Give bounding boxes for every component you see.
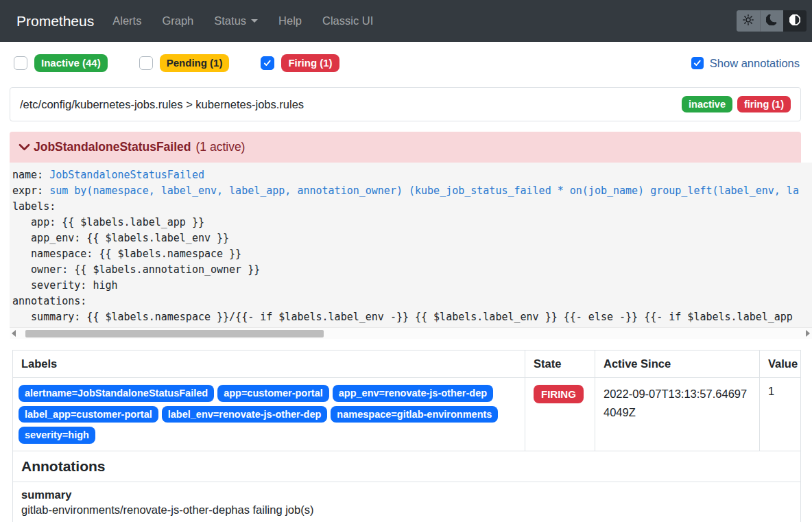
rule-state-badge-firing-1: firing (1) <box>737 96 791 112</box>
label-badge: label_env=renovate-js-other-dep <box>162 406 328 423</box>
moon-icon <box>766 14 777 27</box>
scroll-right-arrow-icon[interactable] <box>806 330 810 337</box>
filter-checkbox[interactable] <box>14 56 27 70</box>
code-line: owner: {{ $labels.annotation_owner }} <box>12 262 812 278</box>
column-header-labels: Labels <box>13 351 525 377</box>
rule-group-title: /etc/config/kubernetes-jobs.rules > kube… <box>20 98 304 111</box>
column-header-active-since: Active Since <box>595 351 759 377</box>
state-cell: FIRING <box>525 378 595 451</box>
label-badge: label_app=customer-portal <box>19 406 158 423</box>
alert-row: alertname=JobStandaloneStatusFailedapp=c… <box>13 378 800 451</box>
scroll-left-arrow-icon[interactable] <box>12 330 16 337</box>
filter-badge: Firing (1) <box>281 54 339 72</box>
dropdown-caret-icon <box>251 19 258 23</box>
filter-checkbox[interactable] <box>261 56 274 70</box>
alert-collapse-header[interactable]: JobStandaloneStatusFailed (1 active) <box>10 132 801 163</box>
nav-item-classic-ui[interactable]: Classic UI <box>322 9 373 33</box>
alert-active-count: (1 active) <box>195 140 245 154</box>
nav-item-graph[interactable]: Graph <box>162 9 193 33</box>
nav-item-alerts[interactable]: Alerts <box>112 9 141 33</box>
value-cell: 1 <box>759 378 800 451</box>
filter-row: Inactive (44)Pending (1)Firing (1) Show … <box>0 42 812 72</box>
annotation-key: summary <box>21 488 792 501</box>
main-nav: AlertsGraphStatusHelpClassic UI <box>112 9 394 33</box>
show-annotations-label: Show annotations <box>710 57 800 70</box>
column-header-state: State <box>525 351 595 377</box>
show-annotations-checkbox[interactable] <box>691 57 704 69</box>
label-badge: app=customer-portal <box>217 385 329 402</box>
active-since-cell: 2022-09-07T13:13:57.646974049Z <box>595 378 759 451</box>
auto-theme-button[interactable] <box>783 10 807 32</box>
app-brand[interactable]: Prometheus <box>16 13 94 29</box>
label-badge: alertname=JobStandaloneStatusFailed <box>19 385 214 402</box>
scrollbar-thumb[interactable] <box>25 330 324 337</box>
annotation-row: summarygitlab-environments/renovate-js-o… <box>13 482 800 522</box>
theme-toggle-group <box>737 10 807 32</box>
rule-yaml-code: name: JobStandaloneStatusFailedexpr: sum… <box>10 163 812 327</box>
sun-icon <box>743 14 754 27</box>
column-header-value: Value <box>759 351 800 377</box>
light-theme-button[interactable] <box>737 10 760 32</box>
code-line: app: {{ $labels.label_app }} <box>12 215 812 230</box>
filter-badge: Inactive (44) <box>34 54 108 72</box>
labels-cell: alertname=JobStandaloneStatusFailedapp=c… <box>13 378 525 451</box>
alerts-page: Inactive (44)Pending (1)Firing (1) Show … <box>0 42 812 522</box>
label-badge: severity=high <box>19 427 95 444</box>
rule-definition-block: name: JobStandaloneStatusFailedexpr: sum… <box>10 163 812 339</box>
dark-theme-button[interactable] <box>760 10 783 32</box>
alerts-table: LabelsStateActive SinceValue alertname=J… <box>12 350 801 522</box>
code-line: app_env: {{ $labels.label_env }} <box>12 230 812 246</box>
code-line: annotations: <box>12 294 812 309</box>
code-line: severity: high <box>12 278 812 294</box>
filter-pending-1[interactable]: Pending (1) <box>139 54 230 72</box>
rule-group-card: /etc/config/kubernetes-jobs.rules > kube… <box>10 87 801 121</box>
filter-checkbox[interactable] <box>139 56 153 70</box>
label-badge: namespace=gitlab-environments <box>331 406 498 423</box>
filter-badge: Pending (1) <box>160 54 230 72</box>
nav-item-status[interactable]: Status <box>214 9 258 33</box>
chevron-down-icon <box>18 141 34 154</box>
annotations-body: summarygitlab-environments/renovate-js-o… <box>13 482 800 522</box>
code-line: summary: {{ $labels.namespace }}/{{- if … <box>12 309 812 325</box>
alert-rule-block: JobStandaloneStatusFailed (1 active) nam… <box>0 132 812 522</box>
alert-name: JobStandaloneStatusFailed <box>34 140 191 154</box>
state-filter-group: Inactive (44)Pending (1)Firing (1) <box>14 54 371 72</box>
code-line: namespace: {{ $labels.namespace }} <box>12 246 812 262</box>
rule-state-badge-inactive: inactive <box>682 96 732 112</box>
annotation-value: gitlab-environments/renovate-js-other-de… <box>21 503 792 517</box>
show-annotations-toggle[interactable]: Show annotations <box>691 57 800 70</box>
circle-half-icon <box>789 14 800 27</box>
code-line: expr: sum by(namespace, label_env, label… <box>12 183 812 199</box>
code-line: name: JobStandaloneStatusFailed <box>12 167 812 183</box>
filter-inactive-44[interactable]: Inactive (44) <box>14 54 108 72</box>
navbar: Prometheus AlertsGraphStatusHelpClassic … <box>0 0 812 42</box>
rule-group-badges: inactivefiring (1) <box>682 96 791 112</box>
state-badge: FIRING <box>534 385 584 403</box>
annotations-section-title: Annotations <box>13 451 800 482</box>
alerts-table-header: LabelsStateActive SinceValue <box>13 351 800 378</box>
code-line: labels: <box>12 199 812 215</box>
label-badge: app_env=renovate-js-other-dep <box>333 385 493 402</box>
nav-item-help[interactable]: Help <box>278 9 302 33</box>
horizontal-scrollbar[interactable] <box>10 327 812 339</box>
scrollbar-track[interactable] <box>19 329 803 338</box>
filter-firing-1[interactable]: Firing (1) <box>261 54 339 72</box>
